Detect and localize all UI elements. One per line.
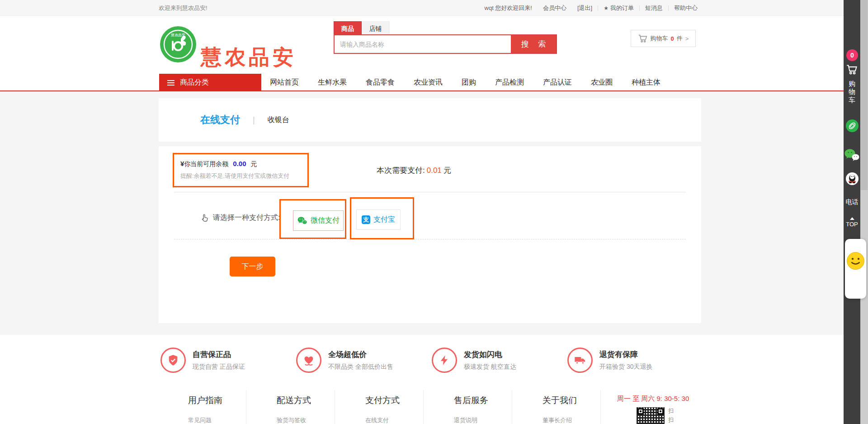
cart-icon	[638, 33, 648, 43]
header: 慧农品安 慧农品安 商品 店铺 搜 索 购物车 0 件 >	[0, 16, 860, 72]
logout-link[interactable]: [退出]	[572, 4, 598, 12]
method-label: 请选择一种支付方式:	[200, 213, 280, 223]
lightning-icon	[432, 348, 457, 373]
title-separator: |	[253, 115, 255, 125]
nav-item-snacks[interactable]: 食品零食	[366, 78, 395, 87]
footer-link[interactable]: 董事长介绍	[542, 416, 600, 424]
nav-item-product-testing[interactable]: 产品检测	[495, 78, 524, 87]
nav-links: 网站首页 生鲜水果 食品零食 农业资讯 团购 产品检测 产品认证 农业圈 种植主…	[270, 74, 660, 91]
qr-code	[637, 407, 665, 424]
feature-fast-shipping: 发货如闪电 极速发货 航空直达	[432, 348, 567, 373]
cart-label: 购物车	[651, 34, 668, 43]
amount-due-line: 本次需要支付:0.01元	[377, 165, 451, 176]
footer-link[interactable]: 退货说明	[454, 416, 512, 424]
cart-arrow: >	[685, 35, 689, 42]
member-center-link[interactable]: 会员中心	[538, 4, 572, 12]
nav-item-agri-news[interactable]: 农业资讯	[414, 78, 443, 87]
qq-contact-icon[interactable]	[845, 172, 859, 187]
tab-cashier[interactable]: 收银台	[268, 115, 289, 125]
cart-widget[interactable]: 购物车 0 件 >	[631, 30, 696, 47]
nav-item-certification[interactable]: 产品认证	[543, 78, 572, 87]
footer-columns: 用户指南 常见问题 配送方式 验货与签收 支付方式 在线支付 售后服务 退货说明…	[158, 390, 601, 424]
nav-item-home[interactable]: 网站首页	[270, 78, 299, 87]
welcome-text: 欢迎来到慧农品安!	[159, 0, 208, 16]
up-arrow-icon	[850, 217, 854, 220]
back-to-top-button[interactable]: TOP	[844, 217, 860, 228]
hand-pointer-icon	[200, 214, 209, 223]
footer-link[interactable]: 在线支付	[365, 416, 423, 424]
nav-item-agri-circle[interactable]: 农业圈	[591, 78, 613, 87]
cart-count: 0	[671, 35, 674, 42]
main-nav: 商品分类 网站首页 生鲜水果 食品零食 农业资讯 团购 产品检测 产品认证 农业…	[0, 72, 860, 91]
wechat-pay-button[interactable]: 微信支付	[293, 210, 344, 231]
phone-link[interactable]: 电话	[844, 198, 860, 206]
smiley-icon	[846, 252, 865, 270]
dock-cart-label[interactable]: 购 物 车	[844, 80, 860, 104]
footer-col-after-sales: 售后服务 退货说明	[424, 390, 512, 424]
footer-link[interactable]: 常见问题	[188, 416, 246, 424]
scrollbar-thumb[interactable]	[861, 0, 868, 190]
alipay-icon: 支	[362, 215, 370, 224]
footer-col-payment: 支付方式 在线支付	[335, 390, 424, 424]
balance-value: 0.00	[233, 160, 246, 167]
scan-label: 扫 扫	[668, 407, 674, 424]
messages-link[interactable]: 短消息	[640, 4, 668, 12]
search-button[interactable]: 搜 索	[511, 35, 556, 53]
dock-cart-badge: 0	[846, 49, 858, 61]
balance-unit: 元	[251, 160, 257, 167]
customer-service-button[interactable]	[845, 239, 866, 299]
payment-title-card: 在线支付 | 收银台	[159, 98, 701, 142]
topbar-links: wqt 您好欢迎回来! 会员中心 [退出] ★我的订单 短消息 帮助中心	[479, 0, 703, 16]
search-box: 搜 索	[334, 34, 557, 54]
shield-check-icon	[160, 348, 186, 373]
nav-item-group-buy[interactable]: 团购	[462, 78, 476, 87]
help-center-link[interactable]: 帮助中心	[669, 4, 703, 12]
feature-returns: 退货有保障 开箱验货 30天退换	[567, 348, 703, 373]
star-icon: ★	[604, 5, 609, 11]
topbar: 欢迎来到慧农品安! wqt 您好欢迎回来! 会员中心 [退出] ★我的订单 短消…	[0, 0, 860, 16]
service-features: 自营保正品 现货自营 正品保证 全场超低价 不限品类 全部低价出售 发货如闪	[160, 348, 703, 373]
tab-online-payment[interactable]: 在线支付	[200, 113, 240, 127]
feature-authentic: 自营保正品 现货自营 正品保证	[160, 348, 296, 373]
dock-cart-icon[interactable]	[846, 63, 858, 77]
payment-card: ¥你当前可用余额0.00元 提醒:余额若不足,请使用支付宝或微信支付 本次需要支…	[159, 146, 701, 323]
business-hours: 周一 至 周六 9: 30-5: 30	[617, 395, 689, 403]
svg-text:慧农品安: 慧农品安	[170, 33, 185, 37]
balance-block: ¥你当前可用余额0.00元 提醒:余额若不足,请使用支付宝或微信支付	[180, 160, 289, 180]
nav-category-button[interactable]: 商品分类	[159, 74, 261, 91]
my-orders-link[interactable]: ★我的订单	[598, 4, 639, 12]
balance-hint: 提醒:余额若不足,请使用支付宝或微信支付	[180, 172, 289, 180]
alipay-button[interactable]: 支 支付宝	[356, 210, 401, 230]
search-input[interactable]	[335, 35, 511, 53]
truck-icon	[567, 348, 593, 373]
footer-col-user-guide: 用户指南 常见问题	[158, 390, 246, 424]
nav-item-fresh-fruit[interactable]: 生鲜水果	[318, 78, 347, 87]
hamburger-icon	[167, 80, 175, 86]
link-icon[interactable]	[845, 119, 859, 134]
search-tabs: 商品 店铺	[334, 21, 390, 35]
footer-col-about-us: 关于我们 董事长介绍	[512, 390, 601, 424]
footer-link[interactable]: 验货与签收	[277, 416, 335, 424]
divider-dashed	[174, 239, 686, 239]
logo-icon[interactable]: 慧农品安	[159, 25, 197, 63]
nav-item-growers[interactable]: 种植主体	[632, 78, 660, 87]
tab-product[interactable]: 商品	[334, 21, 362, 35]
next-step-button[interactable]: 下一步	[230, 257, 275, 276]
wechat-contact-icon[interactable]	[844, 148, 860, 164]
amount-value: 0.01	[427, 166, 442, 175]
main-content: 在线支付 | 收银台 ¥你当前可用余额0.00元 提醒:余额若不足,请使用支付宝…	[0, 91, 860, 335]
footer: 自营保正品 现货自营 正品保证 全场超低价 不限品类 全部低价出售 发货如闪	[0, 335, 860, 424]
brand-title: 慧农品安	[201, 43, 297, 71]
feature-low-price: 全场超低价 不限品类 全部低价出售	[296, 348, 432, 373]
wechat-icon	[297, 216, 307, 225]
balance-label: 你当前可用余额	[184, 160, 228, 167]
heart-hands-icon	[296, 348, 321, 373]
divider	[174, 192, 686, 192]
cart-unit: 件	[677, 34, 683, 43]
greeting-text: wqt 您好欢迎回来!	[479, 4, 538, 12]
amount-unit: 元	[443, 166, 451, 175]
tab-shop[interactable]: 店铺	[362, 21, 390, 35]
amount-label: 本次需要支付:	[377, 166, 425, 175]
page: 欢迎来到慧农品安! wqt 您好欢迎回来! 会员中心 [退出] ★我的订单 短消…	[0, 0, 868, 424]
footer-col-delivery: 配送方式 验货与签收	[246, 390, 335, 424]
